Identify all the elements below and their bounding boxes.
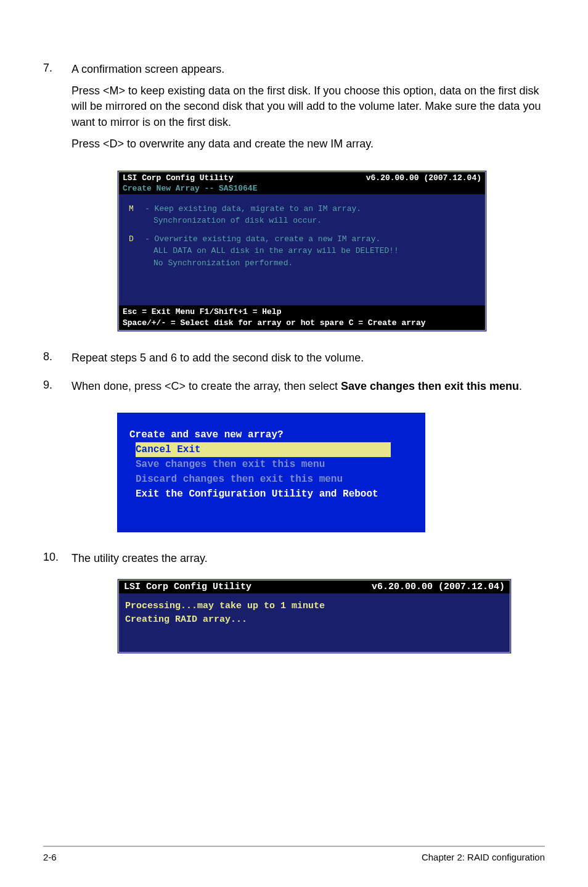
chapter-title: Chapter 2: RAID configuration: [422, 852, 545, 862]
terminal-header: LSI Corp Config Utility v6.20.00.00 (200…: [119, 172, 485, 184]
terminal-title: LSI Corp Config Utility: [123, 173, 366, 183]
step-7-p2: Press <M> to keep existing data on the f…: [71, 83, 545, 130]
step-number: 10.: [43, 551, 71, 572]
step-body: When done, press <C> to create the array…: [71, 379, 522, 400]
option-d-line3: No Synchronization performed.: [145, 257, 399, 270]
option-d-text: - Overwrite existing data, create a new …: [145, 233, 399, 270]
terminal-footer: Esc = Exit Menu F1/Shift+1 = Help Space/…: [119, 305, 485, 330]
step-9-pre: When done, press <C> to create the array…: [71, 380, 341, 392]
terminal2-header: LSI Corp Config Utility v6.20.00.00 (200…: [119, 580, 510, 593]
step-9-bold: Save changes then exit this menu: [341, 380, 519, 392]
step-9-post: .: [519, 380, 522, 392]
option-d: D - Overwrite existing data, create a ne…: [129, 233, 475, 270]
step-10-p1: The utility creates the array.: [71, 551, 208, 566]
option-m-line1: - Keep existing data, migrate to an IM a…: [145, 203, 361, 215]
terminal-screenshot-2: LSI Corp Config Utility v6.20.00.00 (200…: [117, 579, 512, 654]
step-9-p1: When done, press <C> to create the array…: [71, 379, 522, 394]
dialog-save-changes: Save changes then exit this menu: [129, 457, 413, 472]
dialog-title: Create and save new array?: [129, 427, 413, 442]
terminal-body: M - Keep existing data, migrate to an IM…: [119, 194, 485, 305]
option-d-line2: ALL DATA on ALL disk in the array will b…: [145, 245, 399, 257]
terminal2-line2: Creating RAID array...: [125, 613, 504, 627]
step-7: 7. A confirmation screen appears. Press …: [43, 62, 545, 158]
option-m-text: - Keep existing data, migrate to an IM a…: [145, 203, 361, 227]
terminal2-body: Processing...may take up to 1 minute Cre…: [119, 593, 510, 652]
page-number: 2-6: [43, 852, 57, 862]
step-7-p1: A confirmation screen appears.: [71, 62, 545, 77]
option-m: M - Keep existing data, migrate to an IM…: [129, 203, 475, 227]
terminal-subhead: Create New Array -- SAS1064E: [119, 184, 485, 194]
step-body: The utility creates the array.: [71, 551, 208, 572]
option-d-letter: D: [129, 233, 145, 270]
terminal-footer-line2: Space/+/- = Select disk for array or hot…: [123, 318, 481, 329]
option-m-line2: Synchronization of disk will occur.: [145, 215, 361, 227]
dialog-screenshot: Create and save new array? Cancel Exit S…: [117, 413, 425, 532]
option-m-letter: M: [129, 203, 145, 227]
page-footer: 2-6 Chapter 2: RAID configuration: [43, 846, 545, 862]
step-number: 9.: [43, 379, 71, 400]
step-number: 8.: [43, 350, 71, 372]
terminal-footer-line1: Esc = Exit Menu F1/Shift+1 = Help: [123, 307, 481, 318]
step-9: 9. When done, press <C> to create the ar…: [43, 379, 545, 400]
dialog-selected-item: Cancel Exit: [136, 442, 391, 457]
step-10: 10. The utility creates the array.: [43, 551, 545, 572]
dialog-cancel-exit: Cancel Exit: [129, 442, 413, 457]
step-body: A confirmation screen appears. Press <M>…: [71, 62, 545, 158]
option-d-line1: - Overwrite existing data, create a new …: [145, 233, 399, 245]
step-7-p3: Press <D> to overwrite any data and crea…: [71, 136, 545, 152]
dialog-discard-changes: Discard changes then exit this menu: [129, 472, 413, 487]
step-number: 7.: [43, 62, 71, 158]
terminal-version: v6.20.00.00 (2007.12.04): [366, 173, 481, 183]
step-body: Repeat steps 5 and 6 to add the second d…: [71, 350, 364, 372]
dialog-exit-reboot: Exit the Configuration Utility and Reboo…: [129, 487, 413, 501]
step-8: 8. Repeat steps 5 and 6 to add the secon…: [43, 350, 545, 372]
step-8-p1: Repeat steps 5 and 6 to add the second d…: [71, 350, 364, 366]
terminal2-line1: Processing...may take up to 1 minute: [125, 600, 504, 614]
terminal2-version: v6.20.00.00 (2007.12.04): [372, 582, 505, 592]
terminal-screenshot-1: LSI Corp Config Utility v6.20.00.00 (200…: [117, 170, 487, 332]
terminal2-title: LSI Corp Config Utility: [124, 582, 372, 592]
